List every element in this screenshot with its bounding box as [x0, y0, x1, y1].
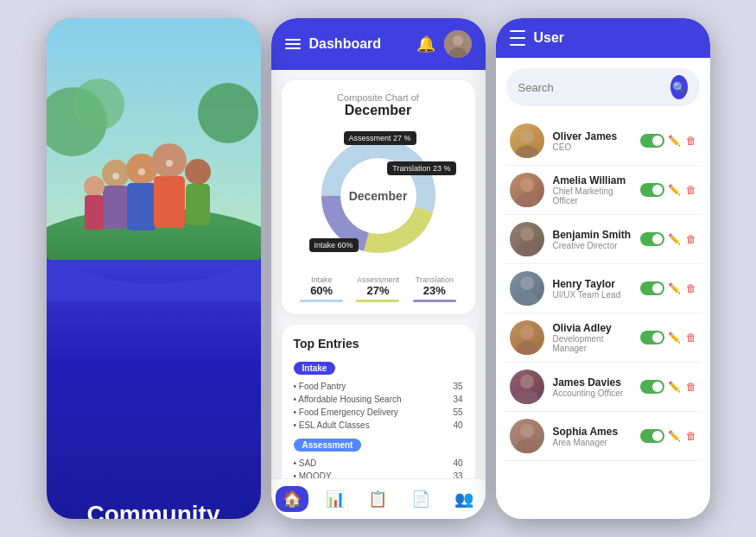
actions-sophia: ✏️ 🗑: [640, 429, 696, 443]
svg-point-26: [516, 145, 538, 158]
actions-olivia: ✏️ 🗑: [640, 331, 696, 344]
chart-card: Composite Chart of December: [282, 80, 475, 314]
delete-benjamin[interactable]: 🗑: [686, 233, 696, 245]
name-olivia: Olivia Adley: [553, 322, 632, 334]
avatar-benjamin: [510, 222, 544, 256]
user-item-benjamin: Benjamin Smith Creative Director ✏️ 🗑: [505, 215, 702, 264]
header-icons: 🔔: [416, 30, 472, 58]
avatar-amelia: [510, 173, 544, 207]
search-input[interactable]: [518, 81, 664, 94]
user-avatar-header[interactable]: [444, 30, 472, 58]
svg-point-38: [516, 439, 538, 453]
menu-icon[interactable]: [285, 39, 301, 49]
tooltip-translation: Translation 23 %: [387, 161, 455, 175]
bell-icon[interactable]: 🔔: [416, 35, 435, 54]
role-james: Accounting Officer: [553, 389, 632, 398]
brand-section: Community Group Group Family is not an i…: [47, 260, 261, 519]
edit-benjamin[interactable]: ✏️: [668, 233, 681, 245]
svg-point-34: [516, 341, 538, 355]
user-item-henry: Henry Taylor UI/UX Team Lead ✏️ 🗑: [505, 264, 702, 313]
user-item-amelia: Amelia William Chief Marketing Officer ✏…: [505, 166, 702, 215]
tooltip-intake: Intake 60%: [309, 238, 359, 252]
right-panel: User 🔍 Oliver James CEO ✏️: [496, 18, 710, 519]
role-henry: UI/UX Team Lead: [553, 290, 632, 300]
actions-benjamin: ✏️ 🗑: [640, 232, 696, 246]
tooltip-assessment: Assessment 27 %: [344, 131, 416, 145]
edit-amelia[interactable]: ✏️: [668, 184, 681, 196]
svg-rect-6: [103, 186, 129, 229]
svg-point-29: [520, 227, 534, 241]
delete-olivia[interactable]: 🗑: [686, 332, 696, 344]
role-olivia: Development Manager: [553, 334, 632, 353]
name-benjamin: Benjamin Smith: [553, 229, 632, 241]
hero-image-area: [47, 18, 261, 260]
home-icon: 🏠: [283, 490, 302, 509]
entry-esl: ESL Adult Classes40: [294, 419, 463, 432]
search-bar[interactable]: 🔍: [506, 68, 700, 106]
legend-assessment: Assessment 27%: [356, 275, 399, 302]
svg-point-27: [520, 178, 534, 192]
middle-panel: Dashboard 🔔 Composite Chart of December: [271, 18, 486, 519]
edit-olivia[interactable]: ✏️: [668, 332, 681, 344]
role-oliver: CEO: [553, 142, 632, 152]
toggle-oliver[interactable]: [640, 134, 664, 148]
svg-point-31: [520, 276, 534, 290]
info-benjamin: Benjamin Smith Creative Director: [553, 229, 632, 250]
avatar-olivia: [510, 320, 544, 355]
svg-point-13: [84, 176, 105, 197]
delete-amelia[interactable]: 🗑: [686, 184, 696, 196]
nav-people[interactable]: 👥: [448, 486, 480, 512]
info-james: James Davies Accounting Officer: [553, 376, 632, 398]
delete-oliver[interactable]: 🗑: [686, 135, 696, 147]
svg-point-32: [516, 292, 538, 306]
svg-point-15: [112, 173, 119, 180]
toggle-amelia[interactable]: [640, 183, 664, 197]
user-item-olivia: Olivia Adley Development Manager ✏️ 🗑: [505, 313, 702, 363]
role-sophia: Area Manager: [553, 438, 632, 447]
nav-stats[interactable]: 📊: [319, 486, 352, 512]
user-menu-icon[interactable]: [510, 30, 525, 46]
avatar-svg: [444, 30, 472, 58]
info-olivia: Olivia Adley Development Manager: [553, 322, 632, 353]
actions-oliver: ✏️ 🗑: [640, 134, 696, 148]
edit-oliver[interactable]: ✏️: [668, 135, 681, 147]
toggle-benjamin[interactable]: [640, 232, 664, 246]
screen-container: Community Group Group Family is not an i…: [0, 0, 756, 537]
svg-point-4: [73, 79, 124, 130]
role-benjamin: Creative Director: [553, 241, 632, 250]
nav-doc[interactable]: 📄: [404, 486, 437, 512]
chart-month: December: [294, 103, 463, 118]
delete-sophia[interactable]: 🗑: [686, 430, 696, 442]
dashboard-title: Dashboard: [309, 36, 382, 52]
delete-james[interactable]: 🗑: [686, 381, 696, 393]
toggle-james[interactable]: [640, 380, 664, 394]
avatar-henry: [510, 271, 544, 306]
family-photo: [47, 18, 261, 260]
dashboard-body: Composite Chart of December: [271, 70, 486, 478]
toggle-henry[interactable]: [640, 281, 664, 295]
entry-housing: Affordable Housing Search34: [294, 393, 463, 406]
badge-intake: Intake: [294, 362, 336, 375]
search-button[interactable]: 🔍: [670, 75, 688, 99]
delete-henry[interactable]: 🗑: [686, 282, 696, 294]
svg-rect-8: [127, 183, 156, 231]
svg-point-11: [185, 159, 211, 185]
edit-james[interactable]: ✏️: [668, 381, 681, 393]
edit-henry[interactable]: ✏️: [668, 282, 681, 294]
info-oliver: Oliver James CEO: [553, 130, 632, 152]
stats-icon: 📊: [326, 490, 345, 509]
toggle-sophia[interactable]: [640, 429, 664, 443]
badge-assessment: Assessment: [294, 439, 362, 452]
info-henry: Henry Taylor UI/UX Team Lead: [553, 278, 632, 300]
name-oliver: Oliver James: [553, 130, 632, 142]
toggle-olivia[interactable]: [640, 331, 664, 344]
svg-point-25: [520, 130, 534, 143]
avatar-sophia: [510, 419, 544, 453]
nav-home[interactable]: 🏠: [276, 486, 308, 512]
nav-list[interactable]: 📋: [361, 486, 394, 512]
header-left: Dashboard: [285, 36, 382, 52]
user-item-oliver: Oliver James CEO ✏️ 🗑: [505, 117, 702, 166]
user-list: Oliver James CEO ✏️ 🗑 Amelia William: [496, 117, 710, 519]
edit-sophia[interactable]: ✏️: [668, 430, 681, 442]
left-content: Community Group Group Family is not an i…: [47, 484, 261, 519]
